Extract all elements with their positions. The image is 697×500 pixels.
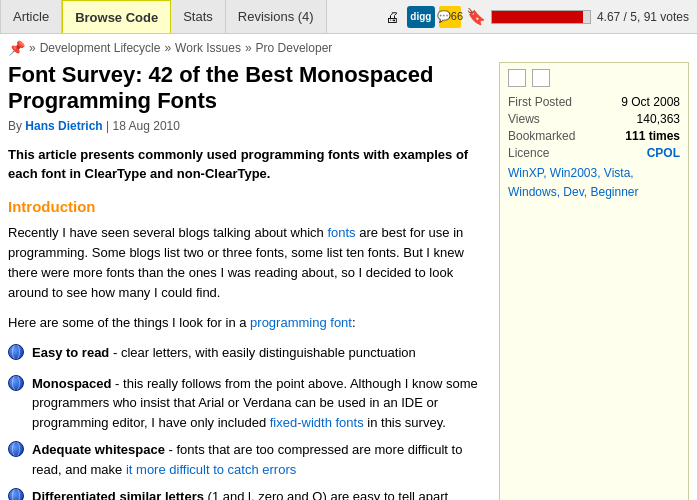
licence-value[interactable]: CPOL (647, 146, 680, 160)
globe-icon-4 (8, 488, 24, 500)
rating-bar-fill (492, 11, 583, 23)
views-label: Views (508, 112, 540, 126)
bookmarked-value: 111 times (625, 129, 680, 143)
comment-icon[interactable]: 💬66 (439, 6, 461, 28)
first-posted-label: First Posted (508, 95, 572, 109)
difficult-link[interactable]: it more difficult to catch errors (126, 462, 296, 477)
print-icon[interactable]: 🖨 (381, 6, 403, 28)
list-item-1: Easy to read - clear letters, with easil… (8, 343, 487, 366)
tag-windows[interactable]: Windows (508, 185, 557, 199)
checkbox-1[interactable] (508, 69, 526, 87)
tab-revisions[interactable]: Revisions (4) (226, 0, 327, 33)
info-row-licence: Licence CPOL (508, 146, 680, 160)
rating-bar[interactable] (491, 10, 591, 24)
digg-icon[interactable]: digg (407, 6, 435, 28)
rating-text: 4.67 / 5, 91 votes (597, 10, 689, 24)
info-box-checkboxes (508, 69, 680, 87)
bullet-icon-2 (8, 375, 24, 397)
bullet-list: Easy to read - clear letters, with easil… (8, 343, 487, 500)
bookmarked-label: Bookmarked (508, 129, 575, 143)
bullet-icon-4 (8, 488, 24, 500)
breadcrumb-item-2[interactable]: Work Issues (175, 41, 241, 55)
article-summary: This article presents commonly used prog… (8, 145, 487, 184)
bookmark-icon[interactable]: 🔖 (465, 6, 487, 28)
breadcrumb: 📌 » Development Lifecycle » Work Issues … (0, 34, 697, 62)
bullet-bold-3: Adequate whitespace (32, 442, 165, 457)
tab-article[interactable]: Article (0, 0, 62, 33)
globe-icon-3 (8, 441, 24, 457)
tab-bar-right: 🖨 digg 💬66 🔖 4.67 / 5, 91 votes (381, 0, 697, 33)
tag-dev[interactable]: Dev (563, 185, 583, 199)
programming-font-link[interactable]: programming font (250, 315, 352, 330)
list-item-3: Adequate whitespace - fonts that are too… (8, 440, 487, 479)
bullet-text-3: Adequate whitespace - fonts that are too… (32, 440, 487, 479)
globe-icon-2 (8, 375, 24, 391)
bullet-text-1: Easy to read - clear letters, with easil… (32, 343, 416, 363)
bullet-icon-1 (8, 344, 24, 366)
tab-bar: Article Browse Code Stats Revisions (4) … (0, 0, 697, 34)
breadcrumb-item-1[interactable]: Development Lifecycle (40, 41, 161, 55)
intro-para-2: Here are some of the things I look for i… (8, 313, 487, 333)
introduction-heading: Introduction (8, 198, 487, 215)
tab-stats[interactable]: Stats (171, 0, 226, 33)
tag-winxp[interactable]: WinXP (508, 166, 543, 180)
bullet-text-2: Monospaced - this really follows from th… (32, 374, 487, 433)
tab-browse-code[interactable]: Browse Code (62, 0, 171, 33)
tag-win2003[interactable]: Win2003 (550, 166, 597, 180)
bullet-bold-4: Differentiated similar letters (32, 489, 204, 500)
rating-score: 4.67 (597, 10, 620, 24)
views-value: 140,363 (637, 112, 680, 126)
bullet-detail-1: - clear letters, with easily distinguish… (113, 345, 416, 360)
article-body: Font Survey: 42 of the Best Monospaced P… (8, 62, 487, 500)
checkbox-2[interactable] (532, 69, 550, 87)
list-item-2: Monospaced - this really follows from th… (8, 374, 487, 433)
bullet-bold-1: Easy to read (32, 345, 109, 360)
intro-para-1: Recently I have seen several blogs talki… (8, 223, 487, 304)
article-title: Font Survey: 42 of the Best Monospaced P… (8, 62, 487, 115)
info-box: First Posted 9 Oct 2008 Views 140,363 Bo… (499, 62, 689, 500)
breadcrumb-sep: » (29, 41, 36, 55)
list-item-4: Differentiated similar letters (1 and l,… (8, 487, 487, 500)
main-content: Font Survey: 42 of the Best Monospaced P… (0, 62, 697, 500)
info-tags: WinXP, Win2003, Vista, Windows, Dev, Beg… (508, 164, 680, 202)
info-row-bookmarked: Bookmarked 111 times (508, 129, 680, 143)
rating-votes: 91 votes (644, 10, 689, 24)
breadcrumb-sep3: » (245, 41, 252, 55)
breadcrumb-sep2: » (164, 41, 171, 55)
info-row-first-posted: First Posted 9 Oct 2008 (508, 95, 680, 109)
first-posted-value: 9 Oct 2008 (621, 95, 680, 109)
bullet-icon-3 (8, 441, 24, 463)
rating-container: 4.67 / 5, 91 votes (491, 10, 689, 24)
fonts-link[interactable]: fonts (327, 225, 355, 240)
tag-vista[interactable]: Vista (604, 166, 630, 180)
fixed-width-link[interactable]: fixed-width fonts (270, 415, 364, 430)
bullet-bold-2: Monospaced (32, 376, 111, 391)
info-row-views: Views 140,363 (508, 112, 680, 126)
bullet-text-4: Differentiated similar letters (1 and l,… (32, 487, 448, 500)
bullet-detail-4: (1 and l, zero and O) are easy to tell a… (208, 489, 449, 500)
tag-beginner[interactable]: Beginner (590, 185, 638, 199)
globe-icon-1 (8, 344, 24, 360)
author-link[interactable]: Hans Dietrich (25, 119, 102, 133)
breadcrumb-item-3[interactable]: Pro Developer (256, 41, 333, 55)
article-date: 18 Aug 2010 (113, 119, 180, 133)
article-meta: By Hans Dietrich | 18 Aug 2010 (8, 119, 487, 133)
pin-icon: 📌 (8, 40, 25, 56)
licence-label: Licence (508, 146, 549, 160)
rating-max: 5 (630, 10, 637, 24)
